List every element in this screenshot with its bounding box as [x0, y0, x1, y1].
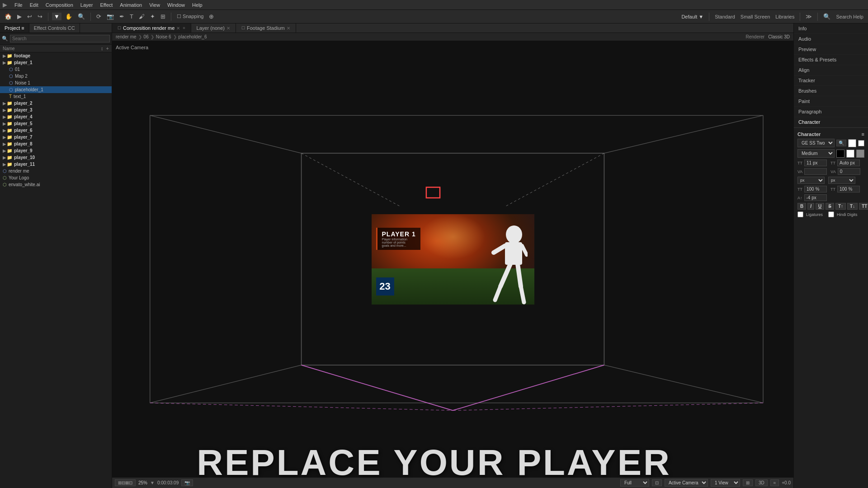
camera-tool[interactable]: 📷	[105, 12, 116, 21]
bc-item4[interactable]: placeholder_6	[179, 34, 207, 39]
vp-view-select[interactable]: 1 View2 Views4 Views	[711, 479, 740, 487]
rotate-tool[interactable]: ⟳	[94, 12, 103, 21]
undo-btn[interactable]: ↩	[25, 12, 34, 21]
scale-v-input[interactable]	[837, 186, 860, 192]
tab-composition[interactable]: ☐ Composition render me ✕ ≡	[112, 23, 191, 33]
units-select[interactable]: px%	[797, 177, 825, 184]
play-btn[interactable]: ▶	[15, 12, 24, 21]
subscript-btn[interactable]: T↓	[847, 203, 858, 210]
font-fill-swatch[interactable]	[836, 150, 844, 158]
vp-motion-blur[interactable]: ≈	[770, 479, 779, 486]
vp-icons-btn[interactable]: ⊞⊟⊠⊡	[115, 479, 136, 486]
hand-tool[interactable]: ✋	[63, 12, 74, 21]
vp-snapshot[interactable]: 📷	[181, 479, 193, 486]
proj-item-envato_white.ai[interactable]: ⬡envato_white.ai	[0, 181, 112, 188]
workspace-small[interactable]: Small Screen	[739, 14, 772, 19]
kerning-input[interactable]	[804, 168, 827, 175]
font-size-input[interactable]	[804, 160, 827, 166]
menu-animation[interactable]: Animation	[116, 2, 146, 8]
menu-file[interactable]: File	[11, 2, 26, 8]
search-icon[interactable]: 🔍	[821, 12, 832, 21]
underline-btn[interactable]: U	[816, 203, 824, 210]
menu-edit[interactable]: Edit	[26, 2, 42, 8]
vp-quality-select[interactable]: FullHalfQuarter	[620, 479, 649, 487]
vp-3d-btn[interactable]: 3D	[755, 479, 768, 486]
italic-btn[interactable]: I	[807, 203, 814, 210]
stroke-fill-swatch[interactable]	[846, 150, 854, 158]
font-family-select[interactable]: GE SS Two	[797, 139, 835, 147]
baseline-input[interactable]	[804, 194, 827, 201]
proj-item-player_10[interactable]: ▶📁player_10	[0, 154, 112, 161]
allcaps-btn[interactable]: TT	[859, 203, 868, 210]
renderer-value[interactable]: Classic 3D	[768, 34, 790, 39]
tab-footage[interactable]: ☐ Footage Stadium ✕	[236, 23, 296, 33]
bc-item3[interactable]: Noise 6	[156, 34, 171, 39]
expand-workspaces[interactable]: ≫	[804, 12, 814, 21]
proj-item-player_8[interactable]: ▶📁player_8	[0, 141, 112, 147]
menu-view[interactable]: View	[146, 2, 164, 8]
bc-item1[interactable]: render me	[116, 34, 137, 39]
stamp-tool[interactable]: ✦	[148, 12, 157, 21]
panel-align[interactable]: Align	[794, 65, 868, 75]
panel-character[interactable]: Character	[794, 117, 868, 127]
proj-item-player_6[interactable]: ▶📁player_6	[0, 127, 112, 134]
ligatures-checkbox[interactable]	[797, 211, 803, 217]
panel-tracker[interactable]: Tracker	[794, 75, 868, 86]
menu-window[interactable]: Window	[164, 2, 189, 8]
panel-preview[interactable]: Preview	[794, 44, 868, 55]
tab-layer-close[interactable]: ✕	[226, 26, 230, 31]
scale-h-input[interactable]	[804, 186, 827, 192]
select-tool[interactable]: ▼	[52, 13, 61, 20]
menu-layer[interactable]: Layer	[77, 2, 97, 8]
text-tool[interactable]: T	[128, 12, 135, 21]
menu-effect[interactable]: Effect	[96, 2, 116, 8]
menu-help[interactable]: Help	[189, 2, 206, 8]
tab-layer[interactable]: Layer (none) ✕	[191, 23, 236, 33]
tracking-input[interactable]	[838, 168, 860, 175]
panel-paragraph[interactable]: Paragraph	[794, 107, 868, 117]
superscript-btn[interactable]: T↑	[835, 203, 846, 210]
brush-tool[interactable]: 🖌	[137, 12, 146, 21]
zoom-tool[interactable]: 🔍	[76, 12, 87, 21]
proj-item-text_1[interactable]: Ttext_1	[0, 93, 112, 100]
proj-item-player_11[interactable]: ▶📁player_11	[0, 161, 112, 168]
panel-audio[interactable]: Audio	[794, 34, 868, 44]
menu-composition[interactable]: Composition	[42, 2, 77, 8]
proj-item-placeholder_1[interactable]: ⬡placeholder_1	[0, 86, 112, 93]
sort-btn[interactable]: ↕	[101, 46, 104, 51]
auto-size-input[interactable]	[837, 160, 860, 166]
workspace-default[interactable]: Default ▼	[679, 14, 705, 19]
add-item-btn[interactable]: +	[106, 46, 109, 51]
puppet-tool[interactable]: ⊞	[159, 12, 167, 21]
tab-project[interactable]: Project ≡	[0, 23, 29, 33]
redo-btn[interactable]: ↪	[36, 12, 44, 21]
tab-effect-controls[interactable]: Effect Controls CC	[29, 23, 80, 33]
pen-tool[interactable]: ✒	[118, 12, 126, 21]
char-menu[interactable]: ≡	[862, 131, 864, 137]
vp-region-btn[interactable]: ⊡	[652, 479, 662, 486]
font-picker-btn[interactable]: 🔍	[836, 140, 846, 146]
panel-info[interactable]: Info	[794, 23, 868, 34]
search-input[interactable]	[10, 35, 110, 42]
panel-paint[interactable]: Paint	[794, 96, 868, 107]
proj-item-footage[interactable]: ▶📁footage	[0, 52, 112, 59]
tab-footage-close[interactable]: ✕	[287, 26, 290, 31]
font-color-swatch[interactable]	[848, 139, 856, 147]
proj-item-noise-1[interactable]: ⬡Noise 1	[0, 80, 112, 86]
proj-item-your-logo[interactable]: ⬡Your Logo	[0, 174, 112, 181]
proj-item-01[interactable]: ⬡01	[0, 66, 112, 73]
bold-btn[interactable]: B	[797, 203, 806, 210]
strikethrough-btn[interactable]: S	[826, 203, 834, 210]
panel-effects[interactable]: Effects & Presets	[794, 55, 868, 65]
proj-item-player_5[interactable]: ▶📁player_5	[0, 120, 112, 127]
proj-item-render-me[interactable]: ⬡render me	[0, 168, 112, 174]
bc-item2[interactable]: 06	[144, 34, 149, 39]
proj-item-player_1[interactable]: ▶📁player_1	[0, 59, 112, 66]
proj-item-map-2[interactable]: ⬡Map 2	[0, 73, 112, 80]
transparency-swatch[interactable]	[856, 150, 864, 158]
vp-zoom-dropdown[interactable]: ▼	[150, 480, 155, 485]
units-select2[interactable]: px%	[828, 177, 855, 184]
magnet-btn[interactable]: ⊕	[207, 12, 216, 21]
proj-item-player_3[interactable]: ▶📁player_3	[0, 107, 112, 113]
font-stroke-swatch[interactable]	[858, 140, 864, 146]
